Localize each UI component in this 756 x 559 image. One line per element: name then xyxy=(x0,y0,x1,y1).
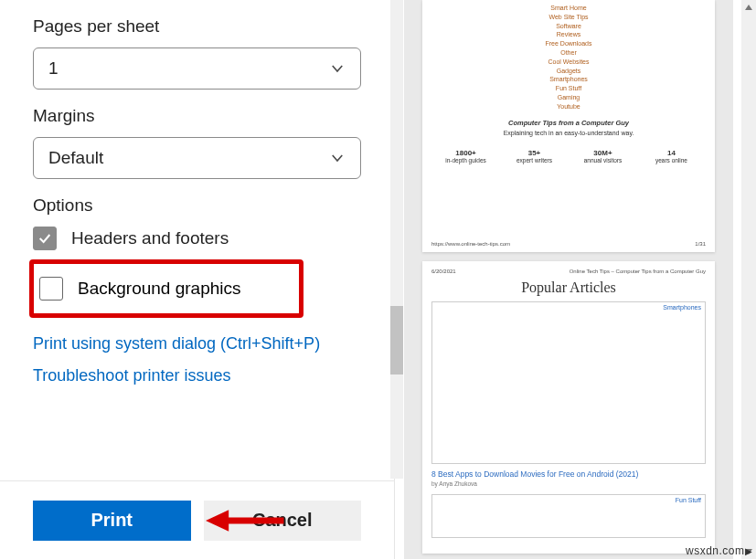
cat-item: Smartphones xyxy=(431,75,706,84)
print-settings-panel: Pages per sheet 1 Margins Default Option… xyxy=(0,0,395,559)
chevron-down-icon xyxy=(329,150,346,166)
margins-label: Margins xyxy=(33,106,361,126)
preview-header-title: Online Tech Tips – Computer Tips from a … xyxy=(570,269,706,274)
cat-item: Gaming xyxy=(431,93,706,102)
article-author: by Anya Zhukova xyxy=(431,480,706,487)
preview-categories: Smart Home Web Site Tips Software Review… xyxy=(431,4,706,111)
margins-select[interactable]: Default xyxy=(33,137,361,179)
troubleshoot-link[interactable]: Troubleshoot printer issues xyxy=(33,366,361,385)
preview-header: 6/20/2021 Online Tech Tips – Computer Ti… xyxy=(431,269,706,274)
popular-articles-heading: Popular Articles xyxy=(431,280,706,296)
stat-item: 30M+ annual visitors xyxy=(570,149,635,164)
pages-per-sheet-label: Pages per sheet xyxy=(33,16,361,37)
scroll-up-icon[interactable] xyxy=(741,0,756,15)
preview-page-1: Smart Home Web Site Tips Software Review… xyxy=(422,0,715,252)
pages-per-sheet-value: 1 xyxy=(48,58,59,79)
background-graphics-checkbox[interactable] xyxy=(39,277,63,301)
preview-date: 6/20/2021 xyxy=(431,269,456,274)
settings-scroll: Pages per sheet 1 Margins Default Option… xyxy=(0,0,394,480)
preview-stats: 1800+ in-depth guides 35+ expert writers… xyxy=(431,149,706,164)
headers-footers-option[interactable]: Headers and footers xyxy=(33,227,361,250)
stat-item: 1800+ in-depth guides xyxy=(433,149,498,164)
watermark-icon: ▶ xyxy=(745,546,753,556)
preview-footer-url: https://www.online-tech-tips.com xyxy=(431,241,510,247)
chevron-down-icon xyxy=(329,60,346,77)
pages-per-sheet-select[interactable]: 1 xyxy=(33,47,361,90)
preview-subline: Explaining tech in an easy-to-understand… xyxy=(431,130,706,136)
headers-footers-checkbox[interactable] xyxy=(33,227,57,250)
margins-value: Default xyxy=(48,148,103,168)
headers-footers-text: Headers and footers xyxy=(71,228,229,248)
article-card: Smartphones xyxy=(431,301,706,464)
cat-item: Other xyxy=(431,48,706,58)
cat-item: Fun Stuff xyxy=(431,84,706,93)
options-label: Options xyxy=(33,195,361,216)
preview-tagline: Computer Tips from a Computer Guy xyxy=(431,119,706,127)
settings-scrollbar-track[interactable] xyxy=(390,0,403,479)
cat-item: Cool Websites xyxy=(431,58,706,67)
cat-item: Youtube xyxy=(431,102,706,111)
stat-item: 35+ expert writers xyxy=(502,149,567,164)
system-dialog-link[interactable]: Print using system dialog (Ctrl+Shift+P) xyxy=(33,334,361,353)
button-bar: Print Cancel xyxy=(0,480,394,559)
cat-item: Free Downloads xyxy=(431,39,706,48)
cat-item: Software xyxy=(431,22,706,31)
watermark: wsxdn.com▶ xyxy=(686,544,752,557)
print-preview-pane: Smart Home Web Site Tips Software Review… xyxy=(404,0,733,559)
article-title: 8 Best Apps to Download Movies for Free … xyxy=(431,469,706,479)
background-graphics-text: Background graphics xyxy=(78,279,241,299)
card-tag: Smartphones xyxy=(663,304,701,311)
svg-marker-2 xyxy=(745,5,752,10)
background-graphics-highlight: Background graphics xyxy=(29,259,303,318)
article-card: Fun Stuff xyxy=(431,494,706,538)
preview-scrollbar[interactable] xyxy=(741,0,756,559)
card-tag: Fun Stuff xyxy=(676,497,701,503)
print-button[interactable]: Print xyxy=(33,501,191,541)
cat-item: Smart Home xyxy=(431,4,706,13)
cat-item: Reviews xyxy=(431,30,706,39)
preview-footer-page: 1/31 xyxy=(695,241,706,247)
stat-item: 14 years online xyxy=(639,149,704,164)
cat-item: Web Site Tips xyxy=(431,13,706,22)
settings-scrollbar-thumb[interactable] xyxy=(390,306,403,374)
preview-page-2: 6/20/2021 Online Tech Tips – Computer Ti… xyxy=(422,261,715,554)
cat-item: Gadgets xyxy=(431,67,706,76)
cancel-button[interactable]: Cancel xyxy=(204,501,362,541)
